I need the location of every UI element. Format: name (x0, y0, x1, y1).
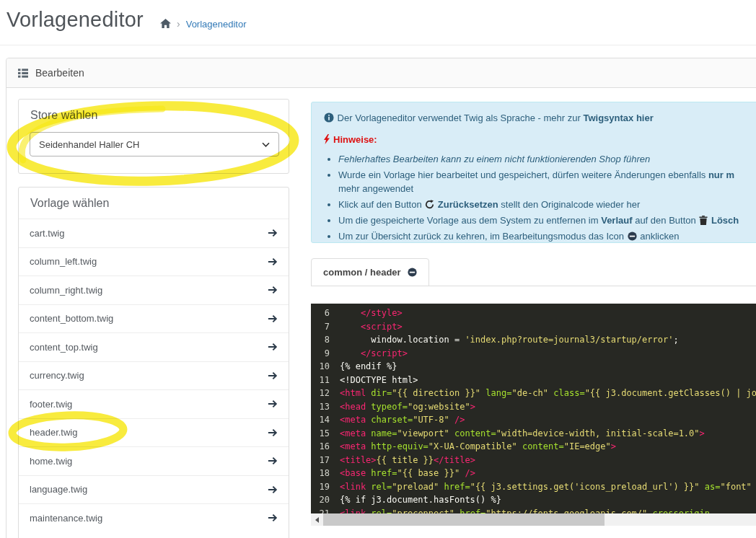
line-number: 15 (311, 427, 335, 441)
line-number: 16 (311, 440, 335, 454)
scroll-thumb[interactable] (323, 513, 605, 526)
breadcrumb-link[interactable]: Vorlageneditor (186, 19, 247, 30)
template-list-item[interactable]: content_bottom.twig (19, 304, 289, 333)
template-list-item[interactable]: header.twig (19, 418, 289, 447)
line-number: 17 (311, 454, 335, 467)
store-select-value: Seidenhandel Haller CH (39, 139, 139, 150)
code-line: 7 <script> (311, 320, 756, 334)
bearbeiten-panel: Bearbeiten Store wählen Seidenhandel Hal… (6, 58, 756, 538)
code-text: window.location = 'index.php?route=journ… (335, 333, 679, 347)
line-number: 9 (311, 347, 335, 361)
arrow-right-icon[interactable] (268, 371, 278, 381)
arrow-right-icon[interactable] (268, 428, 278, 438)
template-name: currency.twig (30, 370, 84, 381)
line-number: 19 (311, 480, 335, 494)
home-icon[interactable] (160, 19, 171, 29)
code-text: {% if j3.document.hasFonts() %} (335, 493, 501, 507)
template-name: home.twig (30, 456, 72, 467)
line-number: 18 (311, 467, 335, 480)
code-text: </style> (335, 307, 403, 320)
breadcrumb: › Vorlageneditor (160, 18, 247, 30)
text-segment: Lösch (708, 215, 739, 226)
line-number: 13 (311, 400, 335, 414)
text-segment: Verlauf (601, 215, 632, 226)
text-segment: anklicken (638, 231, 680, 242)
breadcrumb-separator: › (177, 18, 180, 30)
code-line: 17<title>{{ title }}</title> (311, 454, 756, 467)
arrow-right-icon[interactable] (268, 342, 278, 352)
template-card-title: Vorlage wählen (19, 188, 289, 219)
text-segment: Zurücksetzen (435, 199, 498, 210)
code-line: 16<meta http-equiv="X-UA-Compatible" con… (311, 440, 756, 454)
code-line: 14<meta charset="UTF-8" /> (311, 413, 756, 427)
template-list-item[interactable]: home.twig (19, 446, 289, 475)
hints-label-text: Hinweise: (333, 134, 377, 145)
code-text: <head typeof="og:website"> (335, 400, 475, 414)
code-line: 18<base href="{{ base }}" /> (311, 467, 756, 480)
template-list-item[interactable]: maintenance.twig (19, 503, 289, 532)
line-number: 20 (311, 493, 335, 507)
template-list-item[interactable]: content_top.twig (19, 332, 289, 361)
template-list-item[interactable]: column_right.twig (19, 275, 289, 304)
page-title: Vorlageneditor (6, 8, 144, 32)
arrow-right-icon[interactable] (268, 285, 278, 295)
line-number: 11 (311, 374, 335, 387)
code-line: 15<meta name="viewport" content="width=d… (311, 427, 756, 441)
arrow-right-icon[interactable] (268, 399, 278, 409)
arrow-right-icon[interactable] (268, 485, 278, 495)
template-name: header.twig (30, 427, 78, 438)
template-list-item[interactable]: cart.twig (19, 219, 289, 247)
panel-heading: Bearbeiten (6, 58, 756, 88)
tab-common-header[interactable]: common / header (311, 258, 429, 286)
code-text: <script> (335, 320, 403, 334)
template-list-item[interactable]: language.twig (19, 475, 289, 504)
tab-label: common / header (323, 267, 401, 278)
store-select[interactable]: Seidenhandel Haller CH (30, 132, 279, 156)
arrow-right-icon[interactable] (268, 314, 278, 324)
line-number: 14 (311, 413, 335, 427)
code-lines: 6 </style>7 <script>8 window.location = … (311, 307, 756, 520)
text-segment: stellt den Originalcode wieder her (498, 199, 641, 210)
code-line: 8 window.location = 'index.php?route=jou… (311, 333, 756, 347)
text-segment: Der Vorlageneditor verwendet Twig als Sp… (335, 113, 583, 123)
scroll-left-button[interactable] (311, 513, 323, 526)
template-name: content_bottom.twig (30, 313, 113, 324)
code-line: 6 </style> (311, 307, 756, 320)
template-list-item[interactable]: footer.twig (19, 389, 289, 418)
text-segment: mehr angewendet (338, 183, 413, 194)
horizontal-scrollbar[interactable] (311, 513, 756, 526)
minus-circle-icon[interactable] (408, 268, 417, 277)
code-text: <title>{{ title }}</title> (335, 454, 475, 467)
panel-title: Bearbeiten (35, 67, 84, 79)
bolt-icon (323, 134, 330, 144)
text-segment: nur m (708, 169, 734, 180)
code-text: <html dir="{{ direction }}" lang="de-ch"… (335, 387, 756, 400)
text-segment: Twigsyntax hier (583, 113, 653, 123)
code-line: 10{% endif %} (311, 360, 756, 374)
template-name: cart.twig (30, 228, 64, 239)
arrow-right-icon[interactable] (268, 456, 278, 466)
template-card: Vorlage wählen cart.twigcolumn_left.twig… (18, 187, 289, 538)
hints-label: Hinweise: (323, 133, 756, 146)
template-list-item[interactable]: currency.twig (19, 361, 289, 390)
text-segment: Um zur Übersicht zurück zu kehren, im Be… (338, 231, 627, 242)
line-number: 7 (311, 320, 335, 334)
template-name: content_top.twig (30, 342, 98, 353)
line-number: 10 (311, 360, 335, 374)
code-editor[interactable]: 6 </style>7 <script>8 window.location = … (311, 304, 756, 526)
code-text: {% endif %} (335, 360, 397, 374)
line-number: 6 (311, 307, 335, 320)
arrow-right-icon[interactable] (268, 513, 278, 523)
text-segment: Fehlerhaftes Bearbeiten kann zu einem ni… (338, 154, 650, 164)
chevron-down-icon (262, 142, 270, 147)
arrow-right-icon[interactable] (268, 257, 278, 267)
minus-circle-icon (628, 231, 637, 241)
trash-icon (699, 216, 708, 225)
text-segment: Klick auf den Button (338, 199, 424, 210)
hint-item: Um zur Übersicht zurück zu kehren, im Be… (338, 229, 756, 243)
text-segment: Wurde ein Vorlage hier bearbeitet und ge… (338, 169, 708, 180)
arrow-right-icon[interactable] (268, 228, 278, 238)
code-text: <!DOCTYPE html> (335, 374, 418, 387)
template-list-item[interactable]: column_left.twig (19, 247, 289, 276)
code-text: <meta name="viewport" content="width=dev… (335, 427, 705, 441)
